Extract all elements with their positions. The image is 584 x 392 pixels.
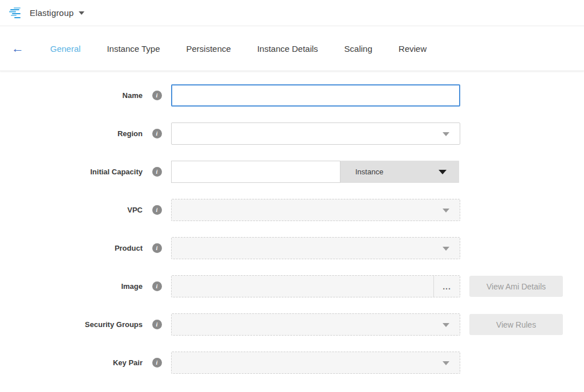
- key-pair-select: [171, 352, 460, 374]
- vpc-row: VPC i: [0, 199, 584, 221]
- top-bar: Elastigroup: [0, 0, 584, 26]
- initial-capacity-row: Initial Capacity i Instance: [0, 161, 584, 183]
- security-groups-select: [171, 313, 460, 336]
- image-row: Image i ... View Ami Details: [0, 275, 584, 297]
- region-caret-icon: [443, 132, 449, 136]
- security-groups-row: Security Groups i View Rules: [0, 313, 584, 336]
- security-groups-caret-icon: [443, 323, 449, 327]
- name-input[interactable]: [171, 84, 460, 107]
- initial-capacity-input[interactable]: [171, 161, 340, 183]
- capacity-unit-value: Instance: [355, 168, 383, 176]
- name-info-icon[interactable]: i: [152, 91, 162, 100]
- key-pair-caret-icon: [443, 361, 449, 365]
- key-pair-info-icon[interactable]: i: [152, 358, 162, 368]
- tab-instance-type[interactable]: Instance Type: [107, 44, 160, 54]
- product-caret-icon: [443, 247, 449, 251]
- back-arrow-icon[interactable]: ←: [11, 42, 34, 55]
- image-field: ...: [171, 275, 460, 297]
- capacity-unit-select[interactable]: Instance: [340, 161, 459, 183]
- region-row: Region i: [0, 122, 584, 145]
- security-groups-info-icon[interactable]: i: [152, 320, 162, 329]
- product-label: Product: [0, 244, 143, 252]
- region-info-icon[interactable]: i: [152, 129, 162, 138]
- name-label: Name: [0, 91, 143, 100]
- initial-capacity-info-icon[interactable]: i: [152, 167, 162, 177]
- product-row: Product i: [0, 237, 584, 259]
- vpc-select: [171, 199, 460, 221]
- general-settings-form: Name i Region i Initial Capacity i Insta…: [0, 71, 584, 374]
- initial-capacity-label: Initial Capacity: [0, 168, 143, 176]
- image-info-icon[interactable]: i: [152, 281, 162, 291]
- view-ami-details-button[interactable]: View Ami Details: [469, 276, 563, 297]
- image-browse-button[interactable]: ...: [433, 276, 460, 297]
- app-title: Elastigroup: [30, 8, 74, 18]
- capacity-unit-caret-icon: [439, 170, 447, 174]
- tab-persistence[interactable]: Persistence: [186, 44, 231, 54]
- product-info-icon[interactable]: i: [152, 243, 162, 253]
- name-row: Name i: [0, 84, 584, 107]
- tab-review[interactable]: Review: [399, 44, 427, 54]
- product-select: [171, 237, 460, 259]
- image-label: Image: [0, 282, 143, 291]
- app-menu-caret-icon[interactable]: [79, 11, 84, 15]
- vpc-info-icon[interactable]: i: [152, 205, 162, 215]
- vpc-caret-icon: [443, 209, 449, 213]
- wizard-tab-bar: ← General Instance Type Persistence Inst…: [0, 26, 584, 71]
- region-label: Region: [0, 129, 143, 138]
- vpc-label: VPC: [0, 206, 143, 214]
- elastigroup-logo-icon: [9, 7, 23, 19]
- wizard-tabs: General Instance Type Persistence Instan…: [50, 44, 453, 54]
- key-pair-row: Key Pair i: [0, 352, 584, 374]
- key-pair-label: Key Pair: [0, 358, 143, 367]
- security-groups-label: Security Groups: [0, 320, 143, 329]
- view-rules-button[interactable]: View Rules: [469, 314, 563, 335]
- tab-instance-details[interactable]: Instance Details: [257, 44, 318, 54]
- tab-general[interactable]: General: [50, 44, 80, 54]
- image-field-value: [172, 276, 433, 297]
- region-select[interactable]: [171, 122, 460, 145]
- tab-scaling[interactable]: Scaling: [344, 44, 372, 54]
